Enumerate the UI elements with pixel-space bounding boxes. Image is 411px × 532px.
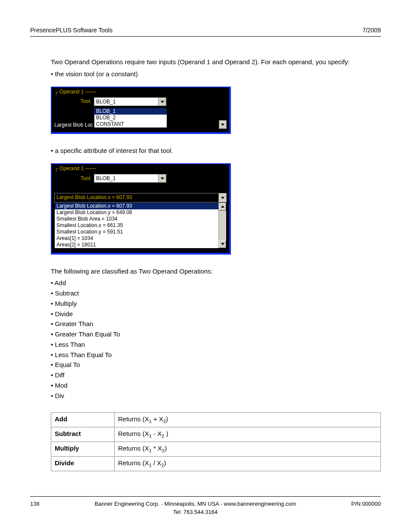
operand1-attr-screenshot: ┌ Operand 1 ─── Tool: BLOB_1 Largest Blo… xyxy=(51,163,381,255)
operand-legend: ┌ Operand 1 ─── xyxy=(54,88,227,96)
op-name: Divide xyxy=(51,457,115,471)
dropdown-option[interactable]: Smallest Location.x = 661.35 xyxy=(55,222,218,229)
part-number: P/N 000000 xyxy=(351,500,381,508)
dropdown-option[interactable]: Areas[2] = 18011 xyxy=(55,242,218,248)
list-item: • Equal To xyxy=(51,360,381,370)
op-desc: Returns (X1 + X2) xyxy=(115,413,381,427)
tool-label: Tool: xyxy=(76,98,91,105)
tool-combobox-value: BLOB_1 xyxy=(94,174,158,182)
dropdown-option[interactable]: CONSTANT xyxy=(94,121,167,128)
operations-table: Add Returns (X1 + X2) Subtract Returns (… xyxy=(51,412,381,471)
table-row: Add Returns (X1 + X2) xyxy=(51,413,381,427)
dropdown-button[interactable] xyxy=(158,174,166,182)
dropdown-option[interactable]: Smallest Location.y = 591.51 xyxy=(55,229,218,235)
list-item: • Add xyxy=(51,278,381,288)
op-name: Subtract xyxy=(51,427,115,442)
list-item: • Subtract xyxy=(51,289,381,298)
list-item: • Less Than xyxy=(51,340,381,349)
tool-combobox[interactable]: BLOB_1 xyxy=(94,97,166,106)
op-desc: Returns (X1 - X2 ) xyxy=(115,427,381,442)
table-row: Divide Returns (X1 / X2) xyxy=(51,457,381,471)
table-row: Multiply Returns (X1 * X2) xyxy=(51,442,381,457)
attr-dropdown-button[interactable] xyxy=(219,120,227,129)
dropdown-button[interactable] xyxy=(158,98,166,106)
list-item: • Divide xyxy=(51,309,381,319)
attribute-combobox[interactable]: Largest Blob Location.x = 607.93 xyxy=(54,193,227,202)
dropdown-button[interactable] xyxy=(218,193,226,202)
dropdown-option[interactable]: Largest Blob Location.x = 607.93 xyxy=(55,203,218,209)
scrollbar[interactable] xyxy=(218,203,226,248)
footer-company: Banner Engineering Corp. - Minneapolis, … xyxy=(40,500,352,508)
dropdown-option[interactable]: Largest Blob Location.y = 649.06 xyxy=(55,209,218,216)
classified-intro: The following are classified as Two Oper… xyxy=(51,267,381,276)
list-item: • Greater Than Equal To xyxy=(51,330,381,339)
page-footer: 138 Banner Engineering Corp. - Minneapol… xyxy=(30,496,381,516)
dropdown-option[interactable]: Smallest Blob Area = 1034 xyxy=(55,216,218,222)
header-left: PresencePLUS Software Tools xyxy=(30,26,112,34)
page-content: Two Operand Operations require two input… xyxy=(30,57,381,471)
bullet-attribute: • a specific attribute of interest for t… xyxy=(51,146,381,156)
attribute-dropdown-list[interactable]: Largest Blob Location.x = 607.93 Largest… xyxy=(54,202,227,249)
list-item: • Diff xyxy=(51,370,381,380)
operations-list: • Add • Subtract • Multiply • Divide • G… xyxy=(51,278,381,400)
tool-dropdown-list[interactable]: BLOB_1 BLOB_2 CONSTANT xyxy=(94,108,167,128)
chevron-down-icon xyxy=(221,124,224,126)
operand-legend: ┌ Operand 1 ─── xyxy=(54,165,227,172)
tool-label: Tool: xyxy=(76,175,91,182)
chevron-down-icon xyxy=(161,177,164,180)
tool-combobox-value: BLOB_1 xyxy=(94,98,158,106)
dropdown-option[interactable]: BLOB_2 xyxy=(94,115,167,121)
list-item: • Div xyxy=(51,391,381,401)
scroll-up-button[interactable] xyxy=(219,203,226,211)
footer-tel: Tel: 763.544.3164 xyxy=(40,508,352,516)
op-desc: Returns (X1 / X2) xyxy=(115,457,381,471)
page-header: PresencePLUS Software Tools 7/2009 xyxy=(30,26,381,37)
chevron-down-icon xyxy=(221,243,224,245)
dropdown-option[interactable]: BLOB_1 xyxy=(94,108,167,115)
intro-text: Two Operand Operations require two input… xyxy=(51,57,381,67)
page-number: 138 xyxy=(30,500,40,508)
op-desc: Returns (X1 * X2) xyxy=(115,442,381,457)
truncated-label: Largest Blob Loc xyxy=(54,121,93,129)
operand1-tool-screenshot: ┌ Operand 1 ─── Tool: BLOB_1 BLOB_1 BLOB… xyxy=(51,87,381,134)
op-name: Multiply xyxy=(51,442,115,457)
tool-combobox[interactable]: BLOB_1 xyxy=(94,174,166,183)
table-row: Subtract Returns (X1 - X2 ) xyxy=(51,427,381,442)
chevron-up-icon xyxy=(221,205,224,208)
attribute-combobox-value: Largest Blob Location.x = 607.93 xyxy=(55,193,218,202)
list-item: • Mod xyxy=(51,381,381,390)
chevron-down-icon xyxy=(221,197,224,199)
op-name: Add xyxy=(51,413,115,427)
list-item: • Multiply xyxy=(51,299,381,308)
bullet-vision-tool: • the vision tool (or a constant) xyxy=(51,69,381,79)
header-right: 7/2009 xyxy=(362,26,381,34)
list-item: • Greater Than xyxy=(51,319,381,329)
scroll-down-button[interactable] xyxy=(219,240,226,248)
list-item: • Less Than Equal To xyxy=(51,350,381,360)
chevron-down-icon xyxy=(161,101,164,103)
dropdown-option[interactable]: Areas[1] = 1034 xyxy=(55,235,218,242)
